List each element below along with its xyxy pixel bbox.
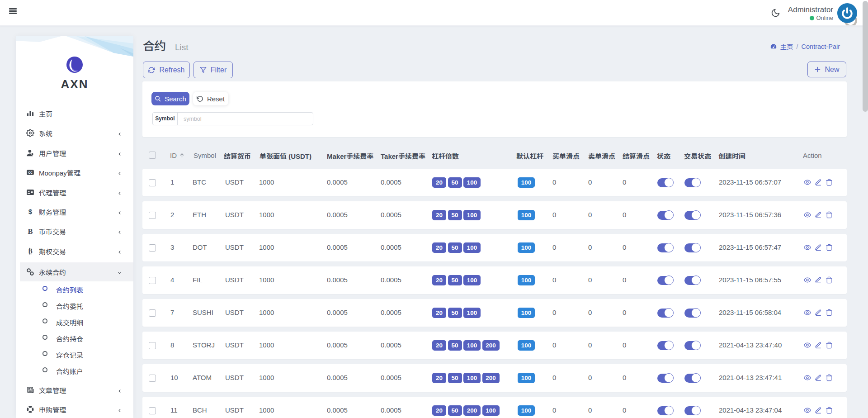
svg-text:CC: CC <box>28 171 33 174</box>
svg-text:$: $ <box>28 208 33 215</box>
svg-text:B: B <box>28 227 33 235</box>
svg-text:B: B <box>28 247 33 255</box>
